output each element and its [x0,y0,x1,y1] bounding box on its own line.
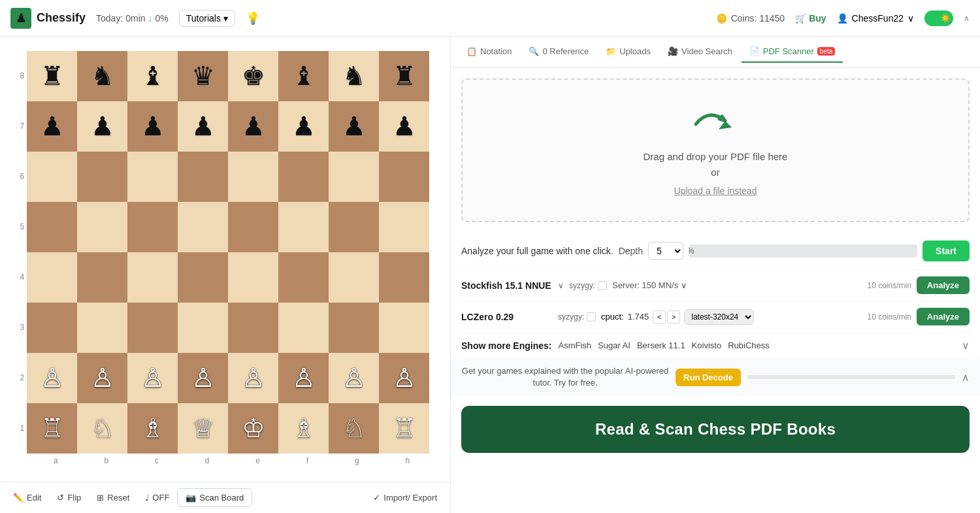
cta-button[interactable]: Read & Scan Chess PDF Books [461,406,970,453]
lczero-analyze-button[interactable]: Analyze [917,308,970,325]
board-cell-5-3[interactable] [178,303,228,353]
chess-board[interactable]: ♜♞♝♛♚♝♞♜♟♟♟♟♟♟♟♟♙♙♙♙♙♙♙♙♖♘♗♕♔♗♘♖ [27,51,429,454]
board-cell-1-0[interactable]: ♟ [27,101,77,152]
user-info[interactable]: 👤 ChessFun22 ∨ [837,13,914,24]
edit-button[interactable]: ✏️ Edit [5,489,49,506]
board-cell-7-2[interactable]: ♗ [127,403,178,454]
board-cell-2-6[interactable] [329,152,379,202]
board-cell-0-6[interactable]: ♞ [329,51,379,101]
board-cell-3-7[interactable] [379,202,429,252]
board-cell-2-1[interactable] [77,152,127,202]
board-cell-3-0[interactable] [27,202,77,252]
board-cell-1-3[interactable]: ♟ [178,101,228,152]
board-cell-0-0[interactable]: ♜ [27,51,77,101]
board-cell-4-0[interactable] [27,252,77,303]
board-cell-3-2[interactable] [127,202,178,252]
cpuct-decrease[interactable]: < [653,310,666,323]
tutorials-button[interactable]: Tutorials ▾ [179,10,235,27]
board-cell-2-2[interactable] [127,152,178,202]
board-cell-4-7[interactable] [379,252,429,303]
board-cell-7-6[interactable]: ♘ [329,403,379,454]
tab-reference[interactable]: 🔍 0 Reference [521,41,596,63]
stockfish-dropdown[interactable]: ∨ [558,281,564,290]
board-cell-4-2[interactable] [127,252,178,303]
board-cell-1-6[interactable]: ♟ [329,101,379,152]
import-export-button[interactable]: ✓ Import/ Export [365,489,445,506]
board-cell-6-5[interactable]: ♙ [278,353,329,403]
depth-select[interactable]: 5101520 [648,242,683,260]
drop-zone[interactable]: Drag and drop your PDF file here or Uplo… [461,78,970,222]
board-cell-6-2[interactable]: ♙ [127,353,178,403]
board-cell-0-1[interactable]: ♞ [77,51,127,101]
buy-button[interactable]: 🛒 Buy [795,13,826,24]
board-cell-6-0[interactable]: ♙ [27,353,77,403]
board-cell-7-4[interactable]: ♔ [228,403,278,454]
board-cell-6-7[interactable]: ♙ [379,353,429,403]
lczero-syzygy-checkbox[interactable] [587,312,596,322]
board-cell-0-2[interactable]: ♝ [127,51,178,101]
board-cell-7-5[interactable]: ♗ [278,403,329,454]
tab-video-search[interactable]: 🎥 Video Search [660,41,740,63]
board-cell-1-7[interactable]: ♟ [379,101,429,152]
board-cell-2-7[interactable] [379,152,429,202]
board-cell-6-6[interactable]: ♙ [329,353,379,403]
board-cell-2-3[interactable] [178,152,228,202]
collapse-header-icon[interactable]: ∧ [964,14,970,23]
engine-rubichess[interactable]: RubiChess [728,340,770,350]
board-cell-7-7[interactable]: ♖ [379,403,429,454]
engine-sugai-ai[interactable]: Sugar AI [598,340,630,350]
theme-toggle[interactable] [924,10,953,26]
board-cell-5-0[interactable] [27,303,77,353]
board-cell-1-5[interactable]: ♟ [278,101,329,152]
tab-pdf-scanner[interactable]: 📄 PDF Scanner beta [742,41,843,63]
board-cell-4-3[interactable] [178,252,228,303]
board-cell-2-5[interactable] [278,152,329,202]
board-cell-5-4[interactable] [228,303,278,353]
board-cell-1-2[interactable]: ♟ [127,101,178,152]
board-cell-2-0[interactable] [27,152,77,202]
board-cell-2-4[interactable] [228,152,278,202]
engine-asmfish[interactable]: AsmFish [558,340,591,350]
engine-berserk[interactable]: Berserk 11.1 [637,340,685,350]
lczero-model-select[interactable]: latest-320x24 [684,309,754,325]
board-cell-0-3[interactable]: ♛ [178,51,228,101]
board-cell-7-1[interactable]: ♘ [77,403,127,454]
flip-button[interactable]: ↺ Flip [49,489,89,506]
run-decode-button[interactable]: Run Decode [676,369,741,386]
board-cell-3-3[interactable] [178,202,228,252]
board-cell-1-4[interactable]: ♟ [228,101,278,152]
upload-link[interactable]: Upload a file instead [674,186,757,196]
board-cell-4-4[interactable] [228,252,278,303]
stockfish-syzygy-checkbox[interactable] [598,281,607,290]
board-cell-1-1[interactable]: ♟ [77,101,127,152]
board-cell-5-2[interactable] [127,303,178,353]
bulb-icon[interactable]: 💡 [246,11,260,25]
board-cell-5-1[interactable] [77,303,127,353]
board-cell-6-4[interactable]: ♙ [228,353,278,403]
board-cell-3-4[interactable] [228,202,278,252]
board-cell-4-6[interactable] [329,252,379,303]
board-cell-3-6[interactable] [329,202,379,252]
collapse-decode-icon[interactable]: ∧ [962,371,970,384]
reset-button[interactable]: ⊞ Reset [89,489,137,506]
board-cell-4-1[interactable] [77,252,127,303]
more-engines-chevron[interactable]: ∨ [962,339,970,352]
scan-board-button[interactable]: 📷 Scan Board [177,488,252,507]
sound-button[interactable]: ♩ OFF [137,489,177,506]
board-cell-3-5[interactable] [278,202,329,252]
cpuct-increase[interactable]: > [667,310,680,323]
board-cell-0-5[interactable]: ♝ [278,51,329,101]
start-button[interactable]: Start [923,240,970,261]
board-cell-6-3[interactable]: ♙ [178,353,228,403]
board-cell-6-1[interactable]: ♙ [77,353,127,403]
tab-notation[interactable]: 📋 Notation [459,41,519,63]
engine-koivisto[interactable]: Koivisto [692,340,722,350]
board-cell-0-4[interactable]: ♚ [228,51,278,101]
board-cell-0-7[interactable]: ♜ [379,51,429,101]
board-cell-7-3[interactable]: ♕ [178,403,228,454]
board-cell-3-1[interactable] [77,202,127,252]
board-cell-5-5[interactable] [278,303,329,353]
board-cell-7-0[interactable]: ♖ [27,403,77,454]
board-cell-5-7[interactable] [379,303,429,353]
stockfish-analyze-button[interactable]: Analyze [917,276,970,294]
